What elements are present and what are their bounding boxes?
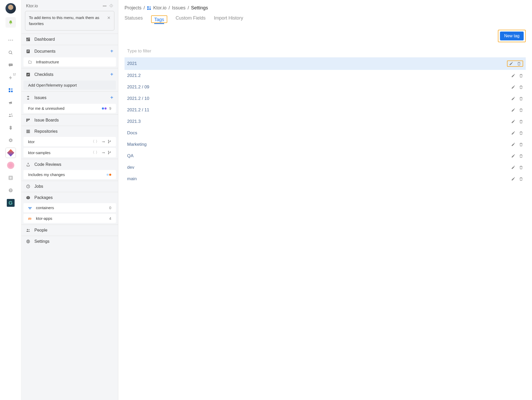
plugin-icon[interactable]: [5, 123, 16, 133]
add-square-icon[interactable]: [5, 173, 16, 183]
avatar[interactable]: [5, 3, 16, 14]
sidebar-item-issues[interactable]: Issues+: [21, 92, 118, 104]
edit-icon[interactable]: [511, 177, 515, 181]
g-logo-icon[interactable]: G: [5, 198, 16, 208]
team-icon[interactable]: [5, 110, 16, 120]
help-icon[interactable]: ?: [5, 185, 16, 196]
repository-item[interactable]: ktor-samples〈 〉⊸: [23, 148, 116, 157]
edit-icon[interactable]: [511, 108, 515, 112]
sidebar-item-people[interactable]: People: [21, 225, 118, 236]
search-icon[interactable]: [5, 47, 16, 58]
branch-icon[interactable]: [108, 140, 111, 143]
edit-icon[interactable]: [511, 131, 515, 135]
svg-rect-10: [11, 91, 13, 92]
issues-filter-item[interactable]: For me & unresolved9: [23, 104, 116, 113]
delete-icon[interactable]: [519, 108, 523, 112]
sidebar-item-documents[interactable]: Documents+: [21, 45, 118, 57]
commits-icon[interactable]: ⊸: [102, 150, 105, 155]
svg-rect-30: [26, 131, 30, 132]
breadcrumb-issues[interactable]: Issues: [172, 5, 185, 11]
commits-icon[interactable]: ⊸: [102, 140, 105, 144]
svg-rect-31: [26, 132, 30, 133]
delete-icon[interactable]: [519, 177, 523, 181]
delete-icon[interactable]: [519, 131, 523, 135]
tag-row[interactable]: main: [125, 173, 526, 185]
tag-row-actions: [511, 142, 523, 147]
tag-row[interactable]: 2021.3: [125, 116, 526, 127]
code-icon[interactable]: 〈 〉: [91, 139, 99, 144]
tag-filter-input[interactable]: [125, 47, 526, 55]
edit-icon[interactable]: [511, 119, 515, 124]
sidebar-item-jobs[interactable]: Jobs: [21, 181, 118, 192]
tab-import-history[interactable]: Import History: [214, 15, 243, 23]
package-item[interactable]: mktor-apps4: [23, 214, 116, 223]
package-item[interactable]: containers0: [23, 203, 116, 212]
sidebar-more-icon[interactable]: •••: [103, 4, 107, 8]
sidebar-item-dashboard[interactable]: Dashboard: [21, 34, 118, 45]
svg-point-36: [108, 154, 109, 154]
document-item[interactable]: Infrastructure: [23, 57, 116, 66]
add-issue-button[interactable]: +: [110, 95, 113, 101]
edit-icon[interactable]: [511, 154, 515, 158]
notifications-icon[interactable]: [5, 17, 16, 28]
delete-icon[interactable]: [519, 142, 523, 147]
chat-icon[interactable]: [5, 60, 16, 70]
sidebar-item-label: People: [34, 228, 47, 233]
checklist-item[interactable]: Add OpenTelemetry support: [23, 81, 116, 90]
tag-row[interactable]: QA: [125, 150, 526, 162]
megaphone-icon[interactable]: [5, 98, 16, 108]
sidebar-item-packages[interactable]: Packages: [21, 192, 118, 203]
delete-icon[interactable]: [519, 74, 523, 78]
branch-icon[interactable]: [108, 151, 111, 154]
apps-icon[interactable]: [5, 85, 16, 95]
edit-icon[interactable]: [509, 62, 513, 66]
new-tag-button[interactable]: New tag: [500, 32, 524, 40]
tag-row[interactable]: 2021.2 / 09: [125, 81, 526, 93]
tag-row[interactable]: 2021.2 / 11: [125, 104, 526, 116]
sidebar-item-issue-boards[interactable]: Issue Boards: [21, 115, 118, 126]
code-icon[interactable]: 〈 〉: [91, 150, 99, 155]
delete-icon[interactable]: [519, 165, 523, 169]
edit-icon[interactable]: [511, 142, 515, 147]
code-review-filter-item[interactable]: Includes my changes: [23, 170, 116, 179]
sidebar-item-checklists[interactable]: Checklists+: [21, 68, 118, 81]
edit-icon[interactable]: [511, 165, 515, 169]
close-icon[interactable]: ✕: [107, 15, 110, 27]
tag-row[interactable]: 2021.2 / 10: [125, 93, 526, 104]
checklist-item-label: Add OpenTelemetry support: [28, 83, 77, 87]
tag-row[interactable]: Marketing: [125, 139, 526, 150]
toolbox-icon[interactable]: [5, 148, 16, 158]
repository-item[interactable]: ktor〈 〉⊸: [23, 137, 116, 146]
delete-icon[interactable]: [519, 85, 523, 89]
add-checklist-button[interactable]: +: [110, 71, 113, 77]
tab-custom-fields[interactable]: Custom Fields: [176, 15, 206, 23]
delete-icon[interactable]: [519, 96, 523, 101]
tag-row[interactable]: 2021: [125, 57, 526, 70]
edit-icon[interactable]: [511, 96, 515, 101]
sidebar-title[interactable]: Ktor.io: [26, 4, 38, 8]
sidebar-item-code-reviews[interactable]: Code Reviews: [21, 159, 118, 170]
tag-row[interactable]: Docs: [125, 127, 526, 139]
more-icon[interactable]: [5, 35, 16, 45]
flower-icon[interactable]: [5, 160, 16, 171]
edit-icon[interactable]: [511, 74, 515, 78]
activity-icon[interactable]: 12: [5, 72, 16, 83]
repository-item-label: ktor: [28, 140, 35, 144]
svg-point-1: [10, 40, 11, 41]
sidebar-item-repositories[interactable]: Repositories: [21, 126, 118, 137]
tab-statuses[interactable]: Statuses: [125, 15, 143, 23]
delete-icon[interactable]: [517, 62, 521, 66]
sidebar-item-settings[interactable]: Settings: [21, 236, 118, 247]
hex-icon[interactable]: [5, 135, 16, 146]
breadcrumb-project[interactable]: Ktor.io: [153, 5, 166, 11]
delete-icon[interactable]: [519, 119, 523, 124]
tag-label: 2021.3: [127, 119, 141, 124]
collapse-sidebar-icon[interactable]: [109, 4, 113, 8]
tag-row[interactable]: 2021.2: [125, 70, 526, 81]
tab-tags[interactable]: Tags: [154, 17, 164, 24]
breadcrumb-projects[interactable]: Projects: [125, 5, 141, 11]
delete-icon[interactable]: [519, 154, 523, 158]
add-document-button[interactable]: +: [110, 48, 113, 54]
edit-icon[interactable]: [511, 85, 515, 89]
tag-row[interactable]: dev: [125, 162, 526, 173]
